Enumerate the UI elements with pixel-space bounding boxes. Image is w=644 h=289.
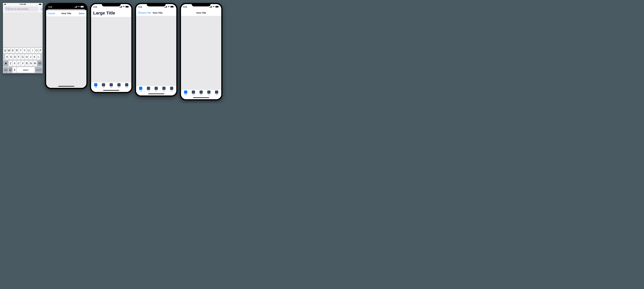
svg-rect-27 (122, 6, 122, 8)
home-indicator[interactable] (91, 89, 131, 92)
key-c[interactable]: C (17, 61, 20, 66)
emoji-key[interactable] (8, 67, 12, 73)
svg-rect-25 (120, 7, 121, 8)
key-row-2: A S D F G H J K L (3, 54, 42, 60)
search-input[interactable] (9, 8, 37, 10)
tab-item-2[interactable]: Title (192, 90, 195, 96)
backspace-key[interactable] (37, 61, 42, 66)
svg-rect-0 (4, 4, 4, 5)
notch (147, 3, 166, 6)
battery-icon (126, 6, 129, 8)
tab-item-1[interactable]: Title (139, 87, 142, 92)
tab-label: Title (140, 90, 142, 92)
tab-item-5[interactable]: Title (125, 83, 128, 88)
key-e[interactable]: E (11, 48, 14, 53)
keyboard: Q W E R T Y U I O P A S D F G H J K L (3, 47, 42, 73)
key-l[interactable]: L (37, 54, 40, 60)
svg-rect-38 (210, 7, 210, 8)
key-m[interactable]: M (33, 61, 37, 66)
tab-item-1[interactable]: Title (94, 83, 97, 88)
large-title-bar: Large Title (91, 10, 131, 17)
numbers-key[interactable]: 123 (3, 67, 8, 73)
wifi-icon (212, 6, 215, 8)
done-button[interactable]: Done (74, 12, 84, 14)
svg-rect-19 (76, 6, 76, 8)
svg-rect-24 (120, 7, 120, 8)
status-bar: 9:41 AM (3, 3, 42, 6)
cancel-button[interactable]: Cancel (48, 12, 58, 14)
nav-bar: Cancel View Title Done (46, 10, 86, 17)
search-cancel-button[interactable]: Cancel (40, 7, 42, 11)
key-g[interactable]: G (21, 54, 24, 60)
phone-large-title: 9:41 Large Title Title Title Title Title… (90, 3, 132, 93)
tab-label: Title (155, 90, 158, 92)
tab-item-2[interactable]: Title (147, 87, 150, 92)
tab-item-3[interactable]: Title (200, 90, 203, 96)
status-time: 9:41 (48, 6, 56, 8)
key-p[interactable]: P (39, 48, 42, 53)
shift-key[interactable] (3, 61, 8, 66)
wifi-icon (122, 6, 125, 8)
tab-label: Title (118, 87, 120, 88)
home-indicator[interactable] (181, 96, 221, 99)
tab-item-2[interactable]: Title (102, 83, 105, 88)
mic-key[interactable] (13, 67, 16, 73)
tab-item-3[interactable]: Title (154, 87, 158, 92)
key-j[interactable]: J (29, 54, 32, 60)
tab-item-4[interactable]: Title (207, 90, 210, 96)
phone-search-keyboard: 9:41 AM Cancel Q W E R T Y (3, 3, 42, 73)
key-z[interactable]: Z (9, 61, 12, 66)
key-u[interactable]: U (27, 48, 30, 53)
key-d[interactable]: D (13, 54, 17, 60)
key-w[interactable]: W (7, 48, 11, 53)
phone-modal-sheet: 9:41 Cancel View Title Done (45, 3, 88, 89)
search-key[interactable]: search (35, 67, 42, 73)
key-r[interactable]: R (15, 48, 18, 53)
search-icon (6, 8, 8, 10)
svg-rect-37 (174, 6, 174, 7)
tab-label: Title (94, 87, 97, 88)
space-key[interactable]: space (17, 67, 34, 73)
tab-icon (139, 87, 142, 90)
key-v[interactable]: V (21, 61, 24, 66)
tab-icon (192, 90, 195, 94)
key-i[interactable]: I (31, 48, 34, 53)
signal-icon (210, 6, 212, 8)
svg-rect-18 (75, 7, 76, 8)
tab-item-5[interactable]: Title (170, 87, 173, 92)
key-f[interactable]: F (17, 54, 20, 60)
tab-item-5[interactable]: Title (215, 90, 218, 96)
wifi-icon (168, 6, 170, 8)
key-q[interactable]: Q (3, 48, 7, 53)
key-b[interactable]: B (25, 61, 28, 66)
key-a[interactable]: A (6, 54, 9, 60)
key-n[interactable]: N (29, 61, 33, 66)
back-button[interactable]: Parent Title (138, 11, 151, 14)
tab-label: Title (208, 94, 210, 96)
tab-label: Title (126, 87, 128, 88)
nav-bar: Parent Title View Title (136, 10, 176, 16)
tab-bar: Title Title Title Title Title (91, 82, 131, 89)
key-o[interactable]: O (35, 48, 38, 53)
search-field[interactable] (4, 6, 38, 12)
content-area (181, 16, 221, 90)
svg-rect-20 (77, 6, 77, 8)
svg-rect-29 (126, 6, 128, 7)
tab-item-3[interactable]: Title (110, 83, 113, 88)
key-x[interactable]: X (13, 61, 16, 66)
chevron-left-icon (138, 11, 140, 14)
tab-item-4[interactable]: Title (117, 83, 120, 88)
battery-icon (80, 6, 84, 8)
tab-item-4[interactable]: Title (162, 87, 166, 92)
home-indicator[interactable] (46, 85, 86, 88)
key-t[interactable]: T (19, 48, 22, 53)
content-area (46, 17, 86, 85)
tab-item-1[interactable]: Title (184, 90, 187, 96)
svg-rect-31 (164, 7, 165, 8)
key-y[interactable]: Y (23, 48, 26, 53)
key-k[interactable]: K (33, 54, 36, 60)
key-h[interactable]: H (25, 54, 28, 60)
key-s[interactable]: S (9, 54, 13, 60)
home-indicator[interactable] (136, 92, 176, 96)
key-row-3: Z X C V B N M (3, 61, 42, 66)
